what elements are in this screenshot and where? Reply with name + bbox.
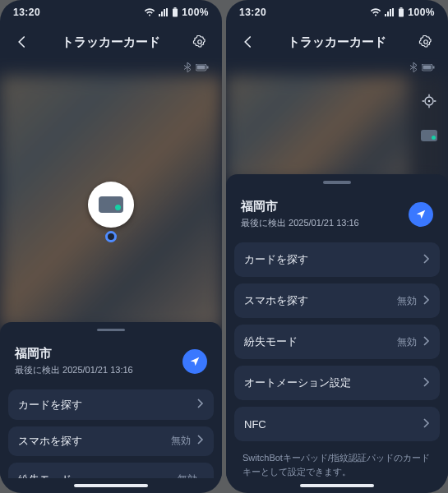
tile-label: カードを探す xyxy=(18,398,197,412)
settings-button[interactable] xyxy=(415,31,436,53)
chevron-right-icon xyxy=(423,295,430,307)
tile-label: 紛失モード xyxy=(244,334,397,349)
location-subtitle: 最後に検出 2025/01/21 13:16 xyxy=(241,217,409,229)
chevron-right-icon xyxy=(423,418,430,431)
tile-value: 無効 xyxy=(397,335,417,349)
nfc-caption: SwitchBotキーパッド/指紋認証パッドのカードキーとして設定できます。 xyxy=(234,448,440,478)
battery-icon xyxy=(172,7,178,17)
bluetooth-icon xyxy=(184,62,191,72)
android-nav-bar[interactable] xyxy=(0,478,222,493)
battery-pct: 100% xyxy=(408,7,435,18)
svg-point-11 xyxy=(428,100,431,103)
map-area[interactable] xyxy=(226,76,448,182)
status-icons: 100% xyxy=(144,7,209,18)
svg-rect-5 xyxy=(399,9,404,17)
status-icons: 100% xyxy=(370,7,435,18)
tile-value: 無効 xyxy=(171,434,191,448)
tile-value: 無効 xyxy=(397,294,417,308)
tile-find-card[interactable]: カードを探す xyxy=(8,389,214,419)
nav-pill[interactable] xyxy=(74,484,148,487)
tile-label: スマホを探す xyxy=(18,434,171,449)
tile-find-phone[interactable]: スマホを探す 無効 xyxy=(234,283,440,318)
tile-find-card[interactable]: カードを探す xyxy=(234,242,440,277)
navigation-icon xyxy=(189,356,201,367)
gear-icon xyxy=(418,35,433,49)
location-city: 福岡市 xyxy=(15,346,182,362)
tile-label: NFC xyxy=(244,418,423,431)
location-pin-icon xyxy=(105,231,117,242)
svg-rect-0 xyxy=(173,9,178,17)
navigation-icon xyxy=(415,209,427,220)
bottom-sheet[interactable]: 福岡市 最後に検出 2025/01/21 13:16 カードを探す スマホを探す… xyxy=(0,322,222,478)
device-marker[interactable] xyxy=(88,182,134,242)
tracker-card-icon xyxy=(99,196,123,213)
map-area[interactable] xyxy=(0,76,222,330)
location-subtitle: 最後に検出 2025/01/21 13:16 xyxy=(15,364,182,376)
svg-rect-4 xyxy=(207,66,209,68)
signal-icon xyxy=(159,8,169,16)
tile-lost-mode-partial[interactable]: 紛失モード 無効 xyxy=(8,463,214,478)
location-row: 福岡市 最後に検出 2025/01/21 13:16 xyxy=(234,194,440,236)
sheet-handle[interactable] xyxy=(97,329,125,331)
gear-icon xyxy=(192,35,207,49)
svg-rect-6 xyxy=(400,7,403,9)
wifi-icon xyxy=(370,8,381,16)
app-header: トラッカーカード xyxy=(226,25,448,59)
tile-label: オートメーション設定 xyxy=(244,376,423,390)
screen-left: 13:20 100% トラッカーカード xyxy=(0,0,222,493)
clock: 13:20 xyxy=(239,7,266,18)
location-row: 福岡市 最後に検出 2025/01/21 13:16 xyxy=(8,341,214,383)
tile-value: 無効 xyxy=(178,472,197,478)
svg-rect-1 xyxy=(174,7,177,9)
bluetooth-icon xyxy=(410,62,417,72)
android-nav-bar[interactable] xyxy=(226,478,448,493)
chevron-right-icon xyxy=(423,254,430,266)
battery-small-icon xyxy=(196,64,209,71)
marker-bubble xyxy=(88,182,134,228)
chevron-left-icon xyxy=(15,35,30,49)
status-bar: 13:20 100% xyxy=(0,0,222,25)
nav-pill[interactable] xyxy=(300,484,374,487)
svg-rect-3 xyxy=(197,65,206,69)
sheet-handle[interactable] xyxy=(323,181,351,184)
location-city: 福岡市 xyxy=(241,199,409,214)
bottom-sheet[interactable]: 福岡市 最後に検出 2025/01/21 13:16 カードを探す スマホを探す… xyxy=(226,174,448,478)
chevron-right-icon xyxy=(423,377,430,389)
back-button[interactable] xyxy=(238,31,259,53)
signal-icon xyxy=(385,8,395,16)
battery-icon xyxy=(398,7,404,17)
settings-button[interactable] xyxy=(189,31,210,53)
navigate-button[interactable] xyxy=(182,349,207,374)
device-status-strip xyxy=(0,59,222,76)
tile-label: スマホを探す xyxy=(244,293,397,308)
locate-me-button[interactable] xyxy=(418,90,440,112)
tile-label: カードを探す xyxy=(244,252,423,267)
status-bar: 13:20 100% xyxy=(226,0,448,25)
svg-rect-9 xyxy=(433,66,435,68)
tracker-card-small-icon xyxy=(421,130,437,141)
chevron-right-icon xyxy=(197,435,204,447)
navigate-button[interactable] xyxy=(409,202,433,227)
crosshair-icon xyxy=(421,93,437,109)
screen-right: 13:20 100% トラッカーカード 福岡 xyxy=(226,0,448,493)
chevron-right-icon xyxy=(197,399,204,411)
tile-find-phone[interactable]: スマホを探す 無効 xyxy=(8,426,214,456)
svg-rect-8 xyxy=(423,65,432,69)
app-header: トラッカーカード xyxy=(0,25,222,59)
chevron-right-icon xyxy=(423,336,430,348)
device-status-strip xyxy=(226,59,448,76)
battery-pct: 100% xyxy=(182,7,209,18)
clock: 13:20 xyxy=(13,7,40,18)
battery-small-icon xyxy=(422,64,435,71)
map-image xyxy=(226,76,448,182)
tile-label: 紛失モード xyxy=(18,472,178,478)
tile-automation[interactable]: オートメーション設定 xyxy=(234,366,440,400)
tile-nfc[interactable]: NFC xyxy=(234,407,440,441)
back-button[interactable] xyxy=(12,31,33,53)
tile-lost-mode[interactable]: 紛失モード 無効 xyxy=(234,325,440,359)
chevron-left-icon xyxy=(241,35,256,49)
wifi-icon xyxy=(144,8,155,16)
device-list-button[interactable] xyxy=(418,125,440,146)
